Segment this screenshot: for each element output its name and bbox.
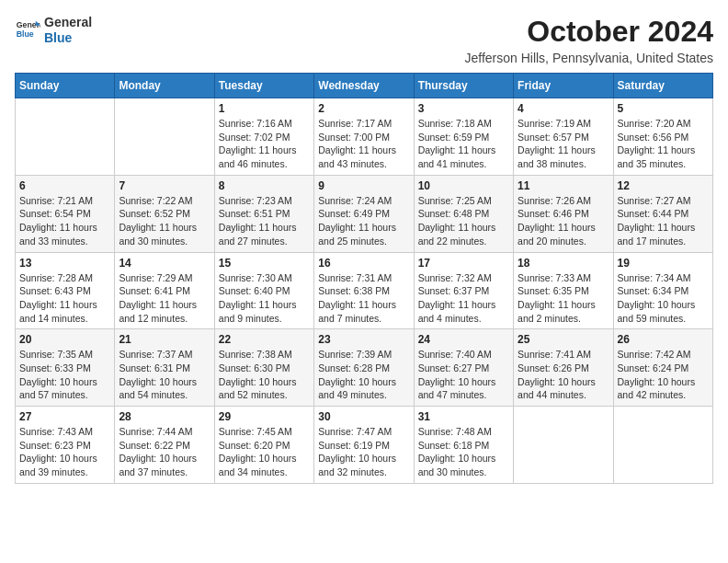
day-info: Sunrise: 7:27 AM Sunset: 6:44 PM Dayligh… xyxy=(618,194,709,248)
day-cell: 26Sunrise: 7:42 AM Sunset: 6:24 PM Dayli… xyxy=(613,329,712,407)
day-cell xyxy=(514,407,613,484)
calendar-header: SundayMondayTuesdayWednesdayThursdayFrid… xyxy=(16,74,713,98)
day-info: Sunrise: 7:45 AM Sunset: 6:20 PM Dayligh… xyxy=(219,425,310,479)
day-number: 8 xyxy=(219,179,310,192)
day-cell: 1Sunrise: 7:16 AM Sunset: 7:02 PM Daylig… xyxy=(214,98,313,176)
week-row-1: 6Sunrise: 7:21 AM Sunset: 6:54 PM Daylig… xyxy=(16,175,713,252)
day-number: 23 xyxy=(318,333,409,346)
header-tuesday: Tuesday xyxy=(214,74,313,98)
day-number: 4 xyxy=(518,102,609,115)
day-info: Sunrise: 7:17 AM Sunset: 7:00 PM Dayligh… xyxy=(318,117,409,171)
day-cell: 3Sunrise: 7:18 AM Sunset: 6:59 PM Daylig… xyxy=(414,98,513,176)
day-cell: 24Sunrise: 7:40 AM Sunset: 6:27 PM Dayli… xyxy=(414,329,513,407)
day-info: Sunrise: 7:22 AM Sunset: 6:52 PM Dayligh… xyxy=(119,194,210,248)
day-info: Sunrise: 7:29 AM Sunset: 6:41 PM Dayligh… xyxy=(119,271,210,326)
day-cell: 4Sunrise: 7:19 AM Sunset: 6:57 PM Daylig… xyxy=(514,98,613,176)
week-row-2: 13Sunrise: 7:28 AM Sunset: 6:43 PM Dayli… xyxy=(16,252,713,329)
header-wednesday: Wednesday xyxy=(314,74,414,98)
day-cell: 20Sunrise: 7:35 AM Sunset: 6:33 PM Dayli… xyxy=(16,329,115,407)
day-cell: 15Sunrise: 7:30 AM Sunset: 6:40 PM Dayli… xyxy=(214,252,313,329)
header-row: SundayMondayTuesdayWednesdayThursdayFrid… xyxy=(16,74,713,98)
day-number: 1 xyxy=(219,102,310,115)
day-cell: 6Sunrise: 7:21 AM Sunset: 6:54 PM Daylig… xyxy=(16,175,115,252)
day-info: Sunrise: 7:33 AM Sunset: 6:35 PM Dayligh… xyxy=(518,271,609,326)
day-cell: 28Sunrise: 7:44 AM Sunset: 6:22 PM Dayli… xyxy=(115,407,214,484)
day-number: 22 xyxy=(219,333,310,346)
day-number: 29 xyxy=(219,410,310,423)
day-number: 30 xyxy=(318,410,409,423)
day-info: Sunrise: 7:20 AM Sunset: 6:56 PM Dayligh… xyxy=(618,117,709,171)
day-cell: 17Sunrise: 7:32 AM Sunset: 6:37 PM Dayli… xyxy=(414,252,513,329)
day-number: 24 xyxy=(418,333,509,346)
day-cell: 23Sunrise: 7:39 AM Sunset: 6:28 PM Dayli… xyxy=(314,329,414,407)
day-cell: 14Sunrise: 7:29 AM Sunset: 6:41 PM Dayli… xyxy=(115,252,214,329)
title-block: October 2024 Jefferson Hills, Pennsylvan… xyxy=(464,15,713,65)
day-cell xyxy=(613,407,712,484)
calendar-table: SundayMondayTuesdayWednesdayThursdayFrid… xyxy=(15,73,713,484)
day-info: Sunrise: 7:32 AM Sunset: 6:37 PM Dayligh… xyxy=(418,271,509,326)
day-cell: 5Sunrise: 7:20 AM Sunset: 6:56 PM Daylig… xyxy=(613,98,712,176)
day-cell: 11Sunrise: 7:26 AM Sunset: 6:46 PM Dayli… xyxy=(514,175,613,252)
day-info: Sunrise: 7:43 AM Sunset: 6:23 PM Dayligh… xyxy=(19,425,110,479)
day-cell: 29Sunrise: 7:45 AM Sunset: 6:20 PM Dayli… xyxy=(214,407,313,484)
day-number: 16 xyxy=(318,257,409,270)
day-info: Sunrise: 7:41 AM Sunset: 6:26 PM Dayligh… xyxy=(518,348,609,402)
day-info: Sunrise: 7:37 AM Sunset: 6:31 PM Dayligh… xyxy=(119,348,210,402)
day-number: 21 xyxy=(119,333,210,346)
calendar-body: 1Sunrise: 7:16 AM Sunset: 7:02 PM Daylig… xyxy=(16,98,713,484)
day-number: 15 xyxy=(219,257,310,270)
day-cell: 13Sunrise: 7:28 AM Sunset: 6:43 PM Dayli… xyxy=(16,252,115,329)
header-thursday: Thursday xyxy=(414,74,513,98)
logo: General Blue General Blue xyxy=(15,15,92,46)
day-number: 28 xyxy=(119,410,210,423)
day-info: Sunrise: 7:42 AM Sunset: 6:24 PM Dayligh… xyxy=(618,348,709,402)
day-cell: 22Sunrise: 7:38 AM Sunset: 6:30 PM Dayli… xyxy=(214,329,313,407)
day-cell: 18Sunrise: 7:33 AM Sunset: 6:35 PM Dayli… xyxy=(514,252,613,329)
day-number: 9 xyxy=(318,179,409,192)
logo-icon: General Blue xyxy=(15,17,40,43)
day-number: 5 xyxy=(618,102,709,115)
location: Jefferson Hills, Pennsylvania, United St… xyxy=(464,51,713,65)
day-cell xyxy=(16,98,115,176)
day-cell: 30Sunrise: 7:47 AM Sunset: 6:19 PM Dayli… xyxy=(314,407,414,484)
day-info: Sunrise: 7:25 AM Sunset: 6:48 PM Dayligh… xyxy=(418,194,509,248)
day-number: 31 xyxy=(418,410,509,423)
day-number: 14 xyxy=(119,257,210,270)
day-number: 25 xyxy=(518,333,609,346)
day-number: 26 xyxy=(618,333,709,346)
day-number: 11 xyxy=(518,179,609,192)
day-number: 6 xyxy=(19,179,110,192)
week-row-0: 1Sunrise: 7:16 AM Sunset: 7:02 PM Daylig… xyxy=(16,98,713,176)
day-cell: 16Sunrise: 7:31 AM Sunset: 6:38 PM Dayli… xyxy=(314,252,414,329)
day-cell: 25Sunrise: 7:41 AM Sunset: 6:26 PM Dayli… xyxy=(514,329,613,407)
day-info: Sunrise: 7:23 AM Sunset: 6:51 PM Dayligh… xyxy=(219,194,310,248)
day-info: Sunrise: 7:35 AM Sunset: 6:33 PM Dayligh… xyxy=(19,348,110,402)
day-info: Sunrise: 7:34 AM Sunset: 6:34 PM Dayligh… xyxy=(618,271,709,326)
day-info: Sunrise: 7:28 AM Sunset: 6:43 PM Dayligh… xyxy=(19,271,110,326)
day-info: Sunrise: 7:16 AM Sunset: 7:02 PM Dayligh… xyxy=(219,117,310,171)
day-cell: 2Sunrise: 7:17 AM Sunset: 7:00 PM Daylig… xyxy=(314,98,414,176)
day-cell: 8Sunrise: 7:23 AM Sunset: 6:51 PM Daylig… xyxy=(214,175,313,252)
day-number: 3 xyxy=(418,102,509,115)
day-info: Sunrise: 7:21 AM Sunset: 6:54 PM Dayligh… xyxy=(19,194,110,248)
day-cell: 10Sunrise: 7:25 AM Sunset: 6:48 PM Dayli… xyxy=(414,175,513,252)
day-info: Sunrise: 7:26 AM Sunset: 6:46 PM Dayligh… xyxy=(518,194,609,248)
day-number: 20 xyxy=(19,333,110,346)
day-info: Sunrise: 7:24 AM Sunset: 6:49 PM Dayligh… xyxy=(318,194,409,248)
day-info: Sunrise: 7:30 AM Sunset: 6:40 PM Dayligh… xyxy=(219,271,310,326)
logo-blue: Blue xyxy=(44,30,92,46)
day-info: Sunrise: 7:19 AM Sunset: 6:57 PM Dayligh… xyxy=(518,117,609,171)
month-title: October 2024 xyxy=(464,15,713,49)
day-number: 18 xyxy=(518,257,609,270)
day-info: Sunrise: 7:40 AM Sunset: 6:27 PM Dayligh… xyxy=(418,348,509,402)
page-header: General Blue General Blue October 2024 J… xyxy=(15,15,713,65)
header-sunday: Sunday xyxy=(16,74,115,98)
day-info: Sunrise: 7:31 AM Sunset: 6:38 PM Dayligh… xyxy=(318,271,409,326)
day-number: 27 xyxy=(19,410,110,423)
day-info: Sunrise: 7:48 AM Sunset: 6:18 PM Dayligh… xyxy=(418,425,509,479)
day-info: Sunrise: 7:18 AM Sunset: 6:59 PM Dayligh… xyxy=(418,117,509,171)
day-info: Sunrise: 7:39 AM Sunset: 6:28 PM Dayligh… xyxy=(318,348,409,402)
day-number: 19 xyxy=(618,257,709,270)
day-cell: 27Sunrise: 7:43 AM Sunset: 6:23 PM Dayli… xyxy=(16,407,115,484)
day-cell: 12Sunrise: 7:27 AM Sunset: 6:44 PM Dayli… xyxy=(613,175,712,252)
